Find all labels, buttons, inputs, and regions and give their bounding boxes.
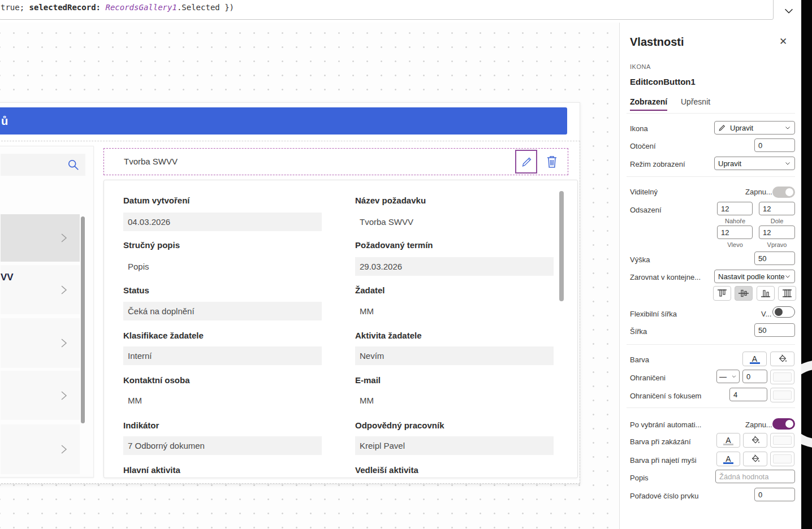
tab-advanced[interactable]: Upřesnit <box>681 97 710 106</box>
padding-left-label: Vlevo <box>717 241 753 248</box>
chevron-down-icon <box>784 160 791 167</box>
hover-fill-color-button[interactable] <box>743 452 767 466</box>
field-value[interactable]: 04.03.2026 <box>123 213 322 231</box>
formula-segment: RecordsGallery1 <box>105 3 176 12</box>
border-style-value: — <box>719 372 731 381</box>
tab-display[interactable]: Zobrazení <box>630 97 667 111</box>
gallery-item[interactable] <box>1 318 80 368</box>
gallery-item[interactable] <box>1 371 80 420</box>
prop-label-auto-on-select: Po vybrání automati... <box>630 420 701 429</box>
app-header-bar[interactable]: ů <box>0 107 567 135</box>
prop-label-width: Šířka <box>630 327 647 336</box>
align-bottom-icon <box>760 289 771 298</box>
field-label: Kontaktní osoba <box>123 375 190 385</box>
visible-toggle[interactable] <box>772 187 795 198</box>
field-label: Datum vytvoření <box>123 196 190 205</box>
formula-code[interactable]: true; selectedRecord: RecordsGallery1.Se… <box>1 3 234 12</box>
field-value[interactable]: Interní <box>123 346 322 365</box>
align-bottom-button[interactable] <box>757 286 775 301</box>
chevron-right-icon <box>58 443 70 456</box>
detail-form[interactable]: Datum vytvoření Název požadavku 04.03.20… <box>103 180 578 478</box>
detail-title-container[interactable]: Tvorba SWVV <box>103 148 568 175</box>
field-value[interactable]: Čeká na doplnění <box>123 302 322 320</box>
formula-segment: true; <box>1 3 29 12</box>
gallery-search-box[interactable] <box>1 154 85 176</box>
field-value[interactable]: Tvorba SWVV <box>355 213 554 231</box>
fill-color-button[interactable] <box>770 352 794 366</box>
padding-bottom-label: Dole <box>759 218 795 224</box>
focus-border-color-swatch[interactable] <box>770 388 794 402</box>
field-label: Indikátor <box>123 420 159 430</box>
gallery-item[interactable]: VV <box>1 265 80 314</box>
tab-index-input[interactable] <box>754 488 795 501</box>
edit-icon-button[interactable] <box>515 150 537 174</box>
field-value[interactable]: 7 Odborný dokumen <box>123 436 322 455</box>
prop-label-disabled-color: Barva při zakázání <box>630 437 691 446</box>
padding-left-input[interactable] <box>717 226 753 239</box>
field-value[interactable]: Popis <box>123 257 322 276</box>
align-stretch-button[interactable] <box>778 286 796 301</box>
auto-on-select-toggle[interactable] <box>772 418 795 430</box>
formula-input[interactable]: true; selectedRecord: RecordsGallery1.Se… <box>0 0 774 20</box>
tooltip-input[interactable] <box>715 470 795 483</box>
disabled-font-color-button[interactable]: A <box>716 433 740 448</box>
font-color-icon: A <box>725 455 731 463</box>
focus-border-thickness-input[interactable] <box>729 388 767 401</box>
border-thickness-input[interactable] <box>742 370 767 383</box>
hover-color-swatch[interactable] <box>770 452 794 466</box>
padding-top-input[interactable] <box>717 202 753 215</box>
prop-label-display-mode: Režim zobrazení <box>630 160 685 168</box>
align-in-container-dropdown[interactable]: Nastavit podle kontejneru <box>714 270 795 283</box>
visible-toggle-label: Zapnu... <box>745 188 772 196</box>
rotation-input[interactable] <box>754 138 795 152</box>
flexible-width-toggle[interactable] <box>772 306 795 318</box>
disabled-fill-color-button[interactable] <box>743 433 767 448</box>
chevron-right-icon <box>58 337 70 349</box>
field-value[interactable]: Nevím <box>355 346 554 365</box>
hover-font-color-button[interactable]: A <box>716 452 740 466</box>
field-label: Aktivita žadatele <box>355 331 422 340</box>
align-stretch-icon <box>781 289 793 298</box>
font-color-button[interactable]: A <box>742 352 767 366</box>
field-value[interactable]: MM <box>123 391 322 410</box>
border-style-dropdown[interactable]: — <box>716 370 740 383</box>
gallery-scrollbar[interactable] <box>81 216 85 423</box>
close-icon[interactable]: ✕ <box>777 36 789 48</box>
icon-dropdown[interactable]: Upravit <box>714 121 795 135</box>
padding-right-input[interactable] <box>759 226 795 239</box>
font-color-icon: A <box>725 436 731 444</box>
padding-top-label: Nahoře <box>717 218 753 224</box>
paint-bucket-icon <box>751 454 760 463</box>
align-top-button[interactable] <box>713 286 731 301</box>
prop-label-icon: Ikona <box>630 124 648 133</box>
gallery-item-selected[interactable] <box>1 214 80 262</box>
prop-label-align-in-container: Zarovnat v kontejne... <box>630 273 701 281</box>
form-scrollbar[interactable] <box>559 191 564 301</box>
formula-expand-chevron-down-icon[interactable] <box>783 5 795 17</box>
display-mode-dropdown[interactable]: Upravit <box>714 157 795 170</box>
gallery-item[interactable] <box>1 424 80 474</box>
field-value[interactable]: MM <box>355 391 554 410</box>
records-gallery[interactable]: VV <box>0 146 94 478</box>
field-value[interactable]: Kreipl Pavel <box>355 436 554 455</box>
delete-icon-button[interactable] <box>543 153 561 170</box>
align-center-button[interactable] <box>735 286 753 301</box>
padding-right-label: Vpravo <box>759 241 795 248</box>
prop-label-visible: Viditelný <box>630 188 658 196</box>
formula-bar: true; selectedRecord: RecordsGallery1.Se… <box>0 0 801 23</box>
border-color-swatch[interactable] <box>770 370 794 384</box>
search-icon[interactable] <box>67 159 80 171</box>
field-label: Vedleiší aktivita <box>355 465 418 475</box>
design-canvas[interactable]: ů VV <box>0 23 619 529</box>
prop-label-tab-index: Pořadové číslo prvku <box>630 492 698 500</box>
chevron-down-icon <box>784 273 791 280</box>
height-input[interactable] <box>754 252 795 265</box>
padding-bottom-input[interactable] <box>759 202 795 215</box>
chevron-right-icon <box>58 389 70 402</box>
disabled-color-swatch[interactable] <box>770 433 794 448</box>
field-value[interactable]: 29.03.2026 <box>355 257 554 276</box>
field-label: Požadovaný termín <box>355 240 433 250</box>
width-input[interactable] <box>754 323 795 337</box>
formula-segment: .Selected }) <box>177 3 234 12</box>
field-value[interactable]: MM <box>355 302 554 320</box>
